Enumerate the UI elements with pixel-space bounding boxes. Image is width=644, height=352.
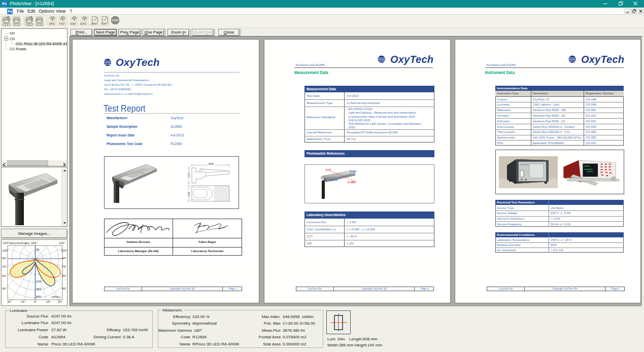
- svg-text:360: 360: [36, 288, 42, 291]
- svg-text:90: 90: [36, 248, 40, 251]
- svg-text:C-180°: C-180°: [348, 181, 356, 184]
- svg-text:OXYTECH: OXYTECH: [520, 164, 528, 166]
- svg-text:DXF: DXF: [70, 22, 76, 25]
- svg-text:C-90°: C-90°: [350, 170, 357, 173]
- svg-text:TXT: TXT: [59, 22, 65, 25]
- svg-text:600: 600: [209, 162, 214, 165]
- svg-text:270: 270: [36, 280, 42, 283]
- svg-text:STOP: STOP: [112, 19, 118, 22]
- svg-text:JPG: JPG: [91, 22, 97, 25]
- svg-text:450: 450: [36, 295, 42, 298]
- svg-text:EPS: EPS: [80, 22, 86, 25]
- svg-text:TXT: TXT: [101, 22, 107, 25]
- svg-text:C-270°: C-270°: [329, 179, 338, 182]
- svg-text:JPG: JPG: [49, 22, 55, 25]
- svg-text:330: 330: [187, 191, 190, 197]
- svg-text:215: 215: [187, 172, 190, 178]
